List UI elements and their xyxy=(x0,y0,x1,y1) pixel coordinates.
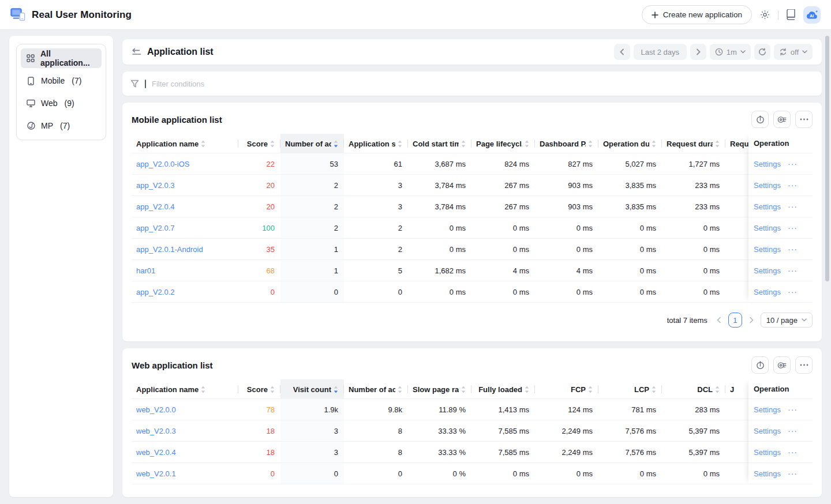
settings-link[interactable]: Settings xyxy=(754,448,781,457)
sidebar-item-mp[interactable]: MP (7) xyxy=(21,116,102,136)
time-range-label: Last 2 days xyxy=(641,48,679,57)
column-header-dcl[interactable]: DCL xyxy=(662,379,725,399)
time-next-button[interactable] xyxy=(690,44,706,60)
page-scrollbar[interactable] xyxy=(825,36,829,281)
sidebar-item-label: Web xyxy=(41,99,58,108)
column-header-number-of-ac[interactable]: Number of ac... xyxy=(344,379,408,399)
row-more-button[interactable]: ··· xyxy=(788,183,798,187)
chevron-down-icon xyxy=(740,50,746,54)
column-header-visit-count[interactable]: Visit count xyxy=(280,379,344,399)
column-header-application-name[interactable]: Application name xyxy=(132,134,238,153)
sidebar-item-mobile[interactable]: Mobile (7) xyxy=(21,71,102,91)
settings-link[interactable]: Settings xyxy=(754,405,781,414)
app-name-link[interactable]: app_V2.0.2 xyxy=(136,288,175,296)
app-name-link[interactable]: web_V2.0.0 xyxy=(136,405,176,414)
web-application-table: Application nameScoreVisit countNumber o… xyxy=(132,379,813,484)
book-icon[interactable] xyxy=(786,9,796,20)
row-more-button[interactable]: ··· xyxy=(788,161,798,166)
create-new-application-button[interactable]: Create new application xyxy=(642,5,752,24)
settings-link[interactable]: Settings xyxy=(754,288,781,296)
app-name-link[interactable]: web_V2.0.1 xyxy=(136,469,176,478)
pagination-page-1[interactable]: 1 xyxy=(728,313,742,328)
sort-icon xyxy=(652,140,656,148)
column-header-page-lifecycl[interactable]: Page lifecycl... xyxy=(471,134,535,153)
export-icon[interactable] xyxy=(751,356,769,374)
operation-cell: Settings··· xyxy=(748,196,813,217)
more-icon[interactable] xyxy=(795,356,813,374)
pagination-prev-icon[interactable] xyxy=(716,317,723,324)
settings-link[interactable]: Settings xyxy=(754,224,781,232)
sidebar-item-all-applications[interactable]: All application... xyxy=(21,48,102,68)
settings-link[interactable]: Settings xyxy=(754,181,781,190)
metric-cell: 2 xyxy=(280,196,344,217)
time-range-button[interactable]: Last 2 days xyxy=(634,44,687,60)
gear-icon[interactable] xyxy=(759,9,770,20)
auto-refresh-select[interactable]: off xyxy=(774,44,813,60)
column-header-score[interactable]: Score xyxy=(238,134,280,153)
sort-icon xyxy=(398,386,402,393)
row-more-button[interactable]: ··· xyxy=(788,407,798,412)
column-header-slow-page-ratio[interactable]: Slow page ratio xyxy=(408,379,471,399)
interval-clock-icon xyxy=(715,48,723,56)
settings-link[interactable]: Settings xyxy=(754,202,781,211)
metric-cell: 0 ms xyxy=(535,463,598,484)
app-name-link[interactable]: app_V2.0.4 xyxy=(136,202,175,211)
time-prev-button[interactable] xyxy=(614,44,630,60)
column-header-dashboard-p[interactable]: Dashboard P... xyxy=(535,134,598,153)
ai-badge-text: AI xyxy=(810,13,814,18)
column-header-fully-loaded[interactable]: Fully loaded xyxy=(471,379,535,399)
sidebar-item-web[interactable]: Web (9) xyxy=(21,93,102,113)
app-name-link[interactable]: app_V2.0.3 xyxy=(136,181,175,190)
app-name-link[interactable]: web_V2.0.4 xyxy=(136,448,176,457)
sidebar-item-count: (7) xyxy=(72,76,81,85)
metric-cell: 7,585 ms xyxy=(471,442,535,462)
column-header-fcp[interactable]: FCP xyxy=(535,379,598,399)
metric-cell: 33.33 % xyxy=(408,442,471,462)
collapse-sidebar-icon[interactable] xyxy=(132,48,141,56)
settings-link[interactable]: Settings xyxy=(754,427,781,435)
settings-link[interactable]: Settings xyxy=(754,245,781,254)
page-size-select[interactable]: 10 / page xyxy=(761,313,813,328)
row-more-button[interactable]: ··· xyxy=(788,247,798,251)
row-more-button[interactable]: ··· xyxy=(788,268,798,273)
column-header-application-name[interactable]: Application name xyxy=(132,379,238,399)
settings-link[interactable]: Settings xyxy=(754,469,781,478)
page-size-label: 10 / page xyxy=(766,316,798,325)
application-name-cell: web_V2.0.4 xyxy=(132,442,238,462)
export-icon[interactable] xyxy=(751,111,769,128)
interval-select[interactable]: 1m xyxy=(710,44,751,60)
column-header-request-dura[interactable]: Request dura... xyxy=(662,134,725,153)
row-more-button[interactable]: ··· xyxy=(788,471,798,476)
column-settings-icon[interactable] xyxy=(773,111,791,128)
row-more-button[interactable]: ··· xyxy=(788,428,798,433)
app-name-link[interactable]: har01 xyxy=(136,266,155,275)
row-more-button[interactable]: ··· xyxy=(788,289,798,294)
row-more-button[interactable]: ··· xyxy=(788,204,798,209)
content-area: All application... Mobile (7) Web xyxy=(0,30,831,504)
row-more-button[interactable]: ··· xyxy=(788,450,798,454)
refresh-button[interactable] xyxy=(754,44,770,60)
pagination-next-icon[interactable] xyxy=(748,317,755,324)
operation-column: Operation Settings···Settings···Settings… xyxy=(748,379,813,484)
more-icon[interactable] xyxy=(795,111,813,128)
metric-cell: 0 ms xyxy=(662,463,725,484)
column-header-label: Score xyxy=(247,385,268,394)
column-header-number-of-ac[interactable]: Number of ac... xyxy=(280,134,344,153)
column-header-lcp[interactable]: LCP xyxy=(598,379,662,399)
column-header-cold-start-time[interactable]: Cold start time xyxy=(408,134,471,153)
ai-assistant-icon[interactable]: AI xyxy=(803,6,821,24)
row-more-button[interactable]: ··· xyxy=(788,225,798,230)
column-settings-icon[interactable] xyxy=(773,356,791,374)
settings-link[interactable]: Settings xyxy=(754,160,781,168)
app-name-link[interactable]: web_V2.0.3 xyxy=(136,427,176,435)
column-header-operation-du[interactable]: Operation du... xyxy=(598,134,662,153)
column-header-label: DCL xyxy=(697,385,713,394)
column-header-score[interactable]: Score xyxy=(238,379,280,399)
filter-conditions-input[interactable] xyxy=(152,80,814,88)
column-header-application-s[interactable]: Application s... xyxy=(344,134,408,153)
app-name-link[interactable]: app_V2.0.1-Android xyxy=(136,245,203,254)
settings-link[interactable]: Settings xyxy=(754,266,781,275)
app-name-link[interactable]: app_V2.0.0-iOS xyxy=(136,160,190,168)
sidebar-item-label: Mobile xyxy=(41,76,65,85)
app-name-link[interactable]: app_V2.0.7 xyxy=(136,224,175,232)
